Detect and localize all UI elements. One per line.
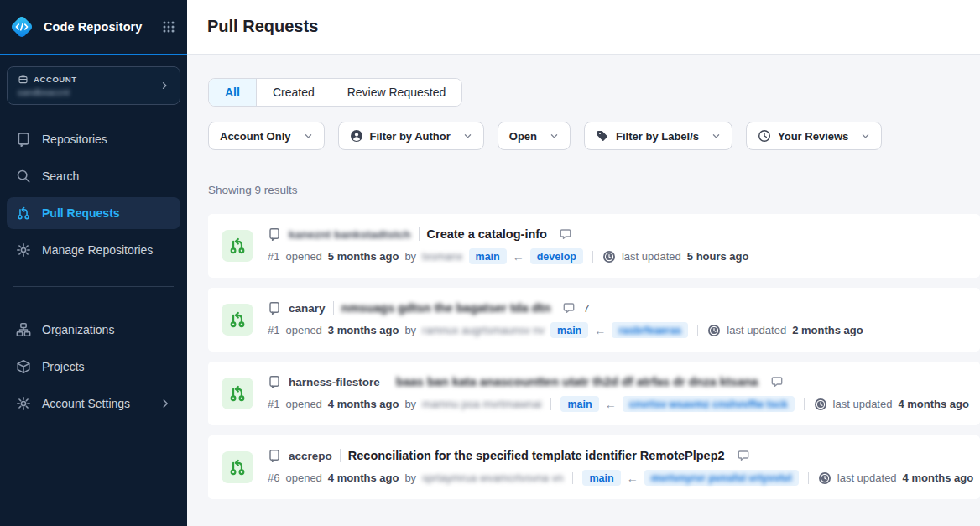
pr-list: kaneznt bankstadtstchCreate a catalog-in…	[208, 214, 980, 499]
clock-icon	[707, 324, 721, 337]
nav-item-label: Account Settings	[42, 397, 130, 410]
last-updated-label: last updated	[837, 471, 897, 484]
sidebar-divider	[13, 286, 174, 287]
code-diamond-icon	[8, 13, 36, 41]
chevron-down-icon	[304, 132, 313, 141]
last-updated-label: last updated	[833, 398, 893, 410]
pr-repo-name: kaneznt bankstadtstch	[289, 228, 411, 241]
target-branch-badge[interactable]: main	[469, 248, 507, 264]
target-branch-name: main	[589, 472, 613, 484]
pr-row[interactable]: canarynmsuags gdtsn the bagatser tda dtn…	[208, 288, 980, 352]
pr-title[interactable]: Create a catalog-info	[427, 227, 547, 241]
pr-row[interactable]: harness-filestorebaas ban kata anascount…	[208, 362, 980, 425]
pr-author: mamnu poa mvrtmawnai	[422, 398, 541, 410]
nav-item-label: Repositories	[42, 133, 107, 146]
filter-bar: Account OnlyFilter by AuthorOpenFilter b…	[208, 122, 980, 150]
comment-icon	[770, 375, 784, 388]
nav-item-label: Pull Requests	[42, 206, 120, 220]
tab-all[interactable]: All	[209, 79, 256, 106]
opened-ago: 4 months ago	[328, 471, 399, 484]
page-title: Pull Requests	[207, 17, 960, 36]
filter-your-reviews[interactable]: Your Reviews	[746, 122, 882, 150]
comment-icon	[737, 449, 750, 462]
nav-item-label: Organizations	[42, 323, 114, 336]
pr-tabs: AllCreatedReview Requested	[208, 78, 462, 107]
source-branch-badge[interactable]: mvrtvnyrvr pvnsfst vrtyvvtvl	[644, 470, 799, 486]
sidebar-item-account-settings[interactable]: Account Settings	[7, 388, 180, 419]
arrow-left-icon: ←	[627, 471, 639, 485]
sidebar-item-projects[interactable]: Projects	[7, 351, 180, 383]
divider	[697, 325, 698, 336]
divider	[572, 472, 573, 484]
pr-row[interactable]: accrepoReconciliation for the specified …	[208, 435, 980, 499]
filter-open[interactable]: Open	[498, 122, 571, 150]
pr-title[interactable]: baas ban kata anascountten utatr th2d df…	[396, 375, 758, 388]
opened-ago: 3 months ago	[328, 324, 399, 336]
account-icon	[18, 74, 29, 85]
filter-account-only[interactable]: Account Only	[208, 122, 325, 150]
tab-review-requested[interactable]: Review Requested	[331, 79, 462, 106]
updated-ago: 4 months ago	[898, 398, 969, 410]
comment-icon	[559, 227, 572, 241]
results-summary: Showing 9 results	[208, 184, 980, 196]
pr-title[interactable]: Reconciliation for the specified templat…	[348, 449, 725, 462]
opened-ago: 4 months ago	[328, 398, 399, 410]
nav-item-label: Search	[42, 169, 79, 183]
sidebar-header: Code Repository	[0, 0, 187, 55]
updated-ago: 4 months ago	[903, 471, 974, 484]
filter-filter-by-label-s[interactable]: Filter by Label/s	[584, 122, 732, 150]
sidebar-item-organizations[interactable]: Organizations	[7, 314, 180, 346]
clock-icon	[814, 398, 827, 411]
tab-created[interactable]: Created	[256, 79, 331, 106]
grid-icon[interactable]	[162, 20, 175, 34]
sidebar-item-pull-requests[interactable]: Pull Requests	[7, 197, 180, 229]
cube-icon	[16, 359, 31, 374]
source-branch-badge[interactable]: rasbrfeaeras	[612, 322, 688, 338]
by-label: by	[404, 471, 416, 484]
divider	[550, 398, 551, 410]
pull-request-icon	[222, 378, 253, 409]
pull-request-icon	[222, 451, 253, 483]
filter-label: Your Reviews	[778, 130, 848, 143]
comment-icon	[562, 301, 576, 315]
arrow-left-icon: ←	[605, 398, 617, 411]
chevron-right-icon	[159, 81, 169, 91]
source-branch-name: cnvrtsv wsavmz cnshvvffw tsck	[629, 398, 788, 410]
clock-icon	[758, 129, 771, 143]
repo-icon	[16, 132, 31, 147]
search-icon	[16, 169, 31, 184]
arrow-left-icon: ←	[594, 324, 606, 337]
updated-ago: 5 hours ago	[687, 250, 749, 263]
tag-icon	[596, 129, 609, 143]
pr-author: sprtaymrua wvamcrtvsvna vn	[422, 471, 563, 484]
nav-item-label: Manage Repositories	[42, 243, 153, 257]
opened-label: opened	[285, 471, 321, 484]
org-icon	[16, 322, 31, 337]
sidebar-item-repositories[interactable]: Repositories	[7, 123, 180, 155]
sidebar-item-manage-repositories[interactable]: Manage Repositories	[7, 234, 180, 266]
clock-icon	[818, 471, 831, 485]
target-branch-badge[interactable]: main	[582, 470, 620, 486]
target-branch-badge[interactable]: main	[560, 396, 598, 412]
source-branch-badge[interactable]: develop	[530, 248, 583, 264]
account-name: sandbxaccnt	[18, 87, 159, 97]
pr-repo-name: accrepo	[289, 450, 332, 462]
pr-title[interactable]: nmsuags gdtsn the bagatser tda dtn	[341, 301, 551, 315]
pr-repo-name: harness-filestore	[289, 376, 380, 388]
chevron-down-icon	[550, 132, 559, 141]
pr-number: #6	[268, 471, 279, 484]
divider	[419, 227, 420, 241]
account-selector[interactable]: ACCOUNT sandbxaccnt	[7, 66, 180, 105]
nav-item-label: Projects	[42, 360, 85, 373]
sidebar-item-search[interactable]: Search	[7, 160, 180, 192]
gear-icon	[16, 242, 31, 258]
filter-filter-by-author[interactable]: Filter by Author	[338, 122, 484, 150]
target-branch-badge[interactable]: main	[550, 322, 588, 338]
pr-row[interactable]: kaneznt bankstadtstchCreate a catalog-in…	[208, 214, 980, 278]
repo-icon	[268, 301, 281, 315]
chevron-down-icon	[712, 132, 721, 141]
pr-author: ramnux augrtsmaunsv nv	[422, 324, 545, 336]
app-root: Code Repository ACCO	[0, 0, 980, 526]
source-branch-badge[interactable]: cnvrtsv wsavmz cnshvvffw tsck	[623, 396, 795, 412]
opened-label: opened	[285, 398, 321, 410]
